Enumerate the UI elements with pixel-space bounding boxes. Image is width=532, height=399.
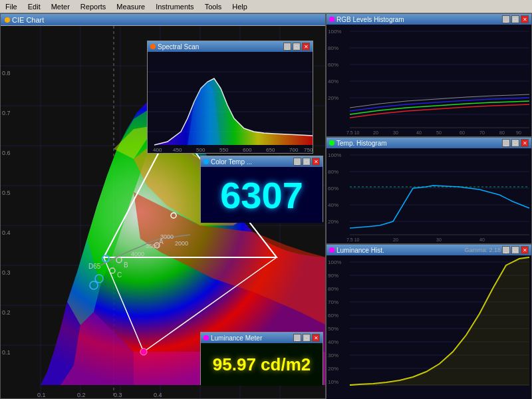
svg-text:2000: 2000 [175, 240, 188, 247]
luminance-histogram-panel: Luminance Hist. Gamma: 2.18 _ □ ✕ [326, 244, 532, 399]
luminance-display: 95.97 cd/m2 [201, 343, 323, 386]
cie-canvas: D65 B C A 2000 3000 3500 4000 [1, 26, 326, 399]
luminance-close-btn[interactable]: ✕ [312, 334, 320, 342]
spectral-close-btn[interactable]: ✕ [302, 43, 310, 51]
svg-text:90: 90 [516, 130, 521, 135]
svg-text:40%: 40% [328, 78, 338, 84]
colortemp-title-label: Color Temp ... [211, 158, 252, 166]
svg-text:50%: 50% [328, 326, 338, 332]
svg-text:D65: D65 [88, 263, 101, 270]
svg-text:7.5 10: 7.5 10 [346, 130, 360, 135]
svg-text:0.4: 0.4 [154, 392, 162, 398]
temp-hist-minimize-btn[interactable]: _ [502, 139, 510, 147]
menu-help[interactable]: Help [229, 2, 250, 11]
menu-meter[interactable]: Meter [49, 2, 72, 11]
svg-text:60%: 60% [328, 186, 338, 192]
menu-instruments[interactable]: Instruments [153, 2, 196, 11]
svg-text:40: 40 [416, 130, 422, 135]
svg-text:0.3: 0.3 [114, 392, 122, 398]
menu-tools[interactable]: Tools [202, 2, 225, 11]
svg-text:50: 50 [436, 130, 442, 135]
lum-hist-minimize-btn[interactable]: _ [502, 246, 510, 254]
rgb-hist-close-btn[interactable]: ✕ [521, 15, 529, 23]
svg-text:0.1: 0.1 [2, 349, 11, 356]
luminance-minimize-btn[interactable]: _ [293, 334, 301, 342]
svg-text:600: 600 [243, 147, 252, 153]
luminance-title-bar[interactable]: Luminance Meter _ □ ✕ [201, 332, 323, 343]
luminance-maximize-btn[interactable]: □ [303, 334, 311, 342]
menu-file[interactable]: File [3, 2, 20, 11]
svg-text:40%: 40% [328, 202, 338, 208]
svg-text:20: 20 [373, 130, 378, 135]
svg-text:500: 500 [196, 147, 205, 153]
svg-text:20%: 20% [328, 366, 338, 372]
svg-text:0.7: 0.7 [2, 110, 11, 116]
right-panels: RGB Levels Histogram _ □ ✕ [326, 13, 532, 399]
lum-hist-maximize-btn[interactable]: □ [511, 246, 519, 254]
svg-text:30%: 30% [328, 352, 338, 358]
svg-text:20%: 20% [328, 219, 338, 225]
svg-text:100%: 100% [328, 29, 341, 35]
menu-edit[interactable]: Edit [25, 2, 43, 11]
colortemp-close-btn[interactable]: ✕ [312, 158, 320, 166]
spectral-icon [150, 44, 156, 49]
rgb-hist-title-bar[interactable]: RGB Levels Histogram _ □ ✕ [327, 14, 531, 25]
svg-text:60: 60 [460, 130, 465, 135]
spectral-window: Spectral Scan _ □ ✕ [147, 41, 313, 154]
spectral-title-bar[interactable]: Spectral Scan _ □ ✕ [148, 41, 313, 52]
svg-text:750: 750 [304, 147, 313, 153]
temp-hist-title-bar[interactable]: Temp. Histogram _ □ ✕ [327, 138, 531, 148]
svg-text:0.6: 0.6 [2, 150, 11, 156]
rgb-histogram-panel: RGB Levels Histogram _ □ ✕ [326, 13, 532, 137]
menu-measure[interactable]: Measure [114, 2, 148, 11]
svg-text:0.3: 0.3 [2, 269, 11, 276]
colortemp-maximize-btn[interactable]: □ [303, 158, 311, 166]
lum-hist-close-btn[interactable]: ✕ [521, 246, 529, 254]
cie-title-label: CIE Chart [12, 16, 44, 24]
temp-hist-close-btn[interactable]: ✕ [521, 139, 529, 147]
rgb-hist-title-label: RGB Levels Histogram [336, 16, 404, 23]
lum-hist-subtitle: Gamma: 2.18 [464, 247, 501, 253]
rgb-hist-minimize-btn[interactable]: _ [502, 15, 510, 23]
svg-text:60%: 60% [328, 62, 338, 68]
luminance-title-label: Luminance Meter [211, 334, 262, 342]
colortemp-window: Color Temp ... _ □ ✕ 6307 [200, 156, 323, 222]
cie-icon [5, 17, 10, 23]
svg-text:80%: 80% [328, 286, 338, 292]
svg-text:40: 40 [479, 237, 485, 242]
colortemp-minimize-btn[interactable]: _ [293, 158, 301, 166]
svg-text:3500: 3500 [146, 243, 159, 249]
rgb-hist-maximize-btn[interactable]: □ [511, 15, 519, 23]
rgb-hist-icon [329, 17, 334, 22]
luminance-value: 95.97 cd/m2 [213, 354, 311, 375]
spectral-minimize-btn[interactable]: _ [283, 43, 291, 51]
colortemp-title-bar[interactable]: Color Temp ... _ □ ✕ [201, 156, 323, 167]
menu-reports[interactable]: Reports [78, 2, 109, 11]
svg-text:30: 30 [436, 237, 442, 242]
colortemp-icon [203, 159, 209, 164]
temp-hist-maximize-btn[interactable]: □ [511, 139, 519, 147]
lum-hist-title-bar[interactable]: Luminance Hist. Gamma: 2.18 _ □ ✕ [327, 245, 531, 255]
colortemp-display: 6307 [201, 167, 323, 223]
svg-text:80: 80 [499, 130, 505, 135]
svg-text:0.4: 0.4 [2, 229, 11, 236]
svg-text:20: 20 [393, 237, 398, 242]
temp-hist-icon [329, 140, 334, 146]
svg-text:450: 450 [173, 147, 182, 153]
lum-hist-icon [329, 247, 334, 253]
svg-text:60%: 60% [328, 313, 338, 319]
svg-text:90%: 90% [328, 273, 338, 279]
cie-title-bar[interactable]: CIE Chart [1, 14, 325, 26]
rgb-histogram-chart: 100% 80% 60% 40% 20% 7.5 10 20 30 40 50 … [327, 25, 531, 136]
svg-text:80%: 80% [328, 45, 338, 51]
cie-panel: CIE Chart [0, 13, 326, 399]
svg-point-57 [140, 348, 147, 355]
svg-text:70%: 70% [328, 299, 338, 305]
svg-text:30: 30 [393, 130, 398, 135]
spectral-chart: 400 450 500 550 600 650 700 750 [148, 52, 313, 153]
spectral-maximize-btn[interactable]: □ [293, 43, 301, 51]
svg-text:3000: 3000 [160, 233, 174, 240]
svg-text:B: B [124, 261, 128, 269]
spectral-title-label: Spectral Scan [158, 43, 199, 51]
colortemp-value: 6307 [220, 174, 303, 217]
